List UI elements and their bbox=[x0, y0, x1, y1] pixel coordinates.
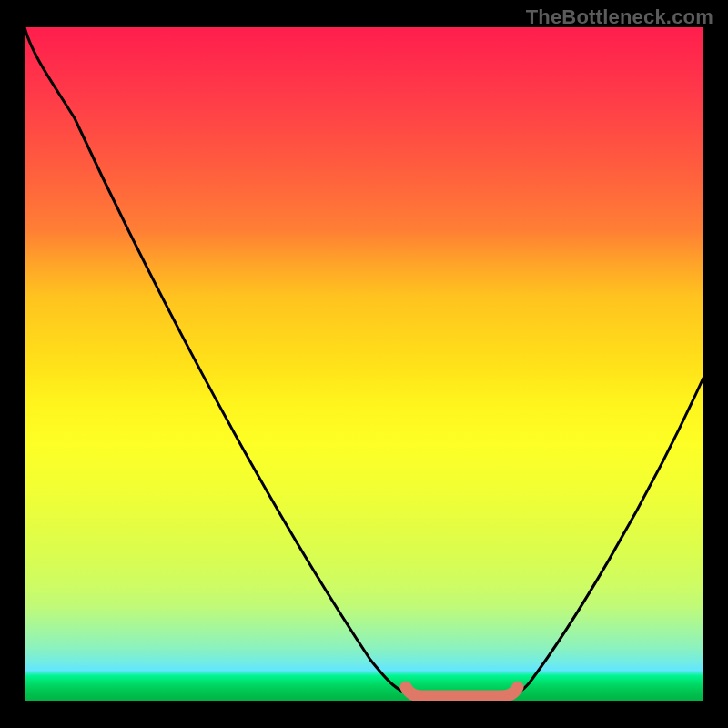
watermark-text: TheBottleneck.com bbox=[526, 5, 713, 29]
curve-layer bbox=[25, 27, 703, 701]
flat-bottom-highlight bbox=[406, 687, 518, 696]
bottleneck-curve bbox=[25, 27, 703, 697]
chart-container: TheBottleneck.com bbox=[0, 0, 728, 728]
plot-area bbox=[25, 27, 703, 701]
